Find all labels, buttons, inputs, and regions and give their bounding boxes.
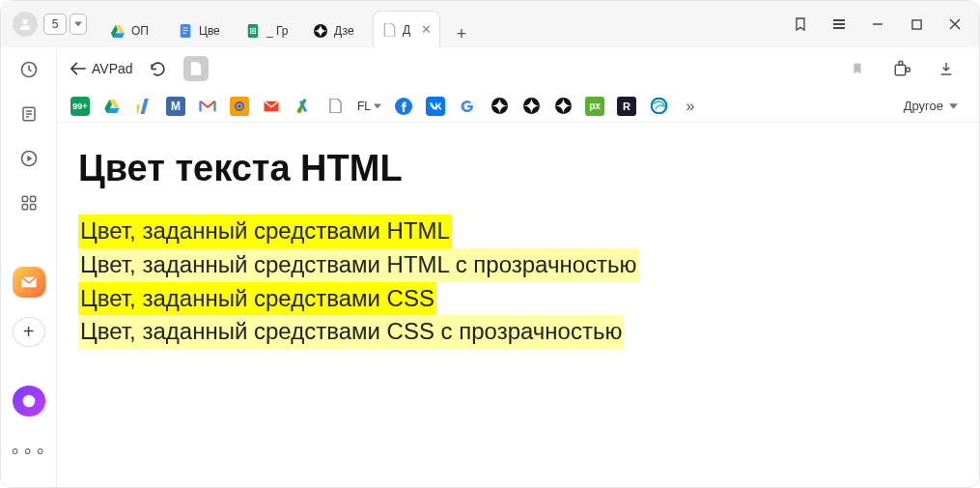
maximize-button[interactable]	[908, 15, 925, 33]
address-bar: AVPad	[57, 47, 979, 90]
bm-99plus-icon[interactable]: 99+	[70, 97, 90, 116]
minimize-button[interactable]	[869, 15, 886, 33]
svg-rect-30	[907, 68, 910, 72]
google-drive-icon	[110, 23, 126, 39]
tab-label: Цве	[199, 24, 220, 38]
tab-label: Д	[403, 23, 410, 37]
tab-close-button[interactable]: ✕	[421, 22, 432, 37]
bm-doc-icon[interactable]	[325, 97, 345, 116]
bm-gmail-icon[interactable]	[198, 97, 217, 116]
back-button[interactable]: AVPad	[70, 61, 133, 76]
menu-icon[interactable]	[830, 15, 848, 33]
svg-rect-23	[22, 196, 27, 201]
file-icon	[381, 22, 397, 38]
add-panel-button[interactable]: +	[13, 317, 45, 348]
bookmark-window-icon[interactable]	[792, 15, 809, 33]
tab-count-group: 5	[43, 14, 87, 35]
bm-google-ads-icon[interactable]	[294, 97, 313, 116]
bm-facebook-icon[interactable]	[394, 97, 413, 116]
bm-mailru-icon[interactable]	[230, 97, 249, 116]
page-title: Цвет текста HTML	[78, 148, 958, 189]
bm-adsense-icon[interactable]	[134, 97, 154, 116]
bookmarks-bar: 99+ M FL	[57, 90, 979, 123]
notes-icon[interactable]	[15, 101, 42, 127]
svg-rect-28	[895, 65, 906, 75]
window-controls	[792, 15, 973, 33]
svg-rect-25	[22, 204, 27, 209]
svg-point-34	[238, 104, 241, 108]
tab-docs[interactable]: Цве	[170, 14, 238, 47]
svg-rect-2	[182, 28, 187, 29]
svg-point-0	[22, 19, 27, 24]
alice-icon[interactable]	[13, 386, 45, 416]
bm-overflow-icon[interactable]: »	[681, 97, 700, 116]
bm-zen-icon-2[interactable]	[521, 97, 541, 116]
apps-icon[interactable]	[15, 190, 42, 215]
bm-px-icon[interactable]: px	[585, 97, 604, 116]
tab-count-dropdown[interactable]	[70, 14, 87, 35]
svg-rect-3	[182, 30, 187, 31]
content-line: Цвет, заданный средствами CSS с прозрачн…	[78, 315, 624, 349]
tab-label: ОП	[131, 24, 149, 38]
bm-other-label: Другое	[904, 99, 943, 113]
reload-button[interactable]	[147, 57, 170, 80]
bm-yandex-mail-icon[interactable]	[262, 97, 281, 116]
bm-zen-icon-3[interactable]	[553, 97, 573, 116]
downloads-icon[interactable]	[935, 57, 958, 80]
profile-avatar[interactable]	[13, 12, 38, 37]
close-window-button[interactable]	[946, 15, 964, 33]
page-content: Цвет текста HTML Цвет, заданный средства…	[57, 123, 979, 488]
bm-fl-label: FL	[357, 100, 371, 113]
svg-rect-14	[911, 19, 920, 28]
history-icon[interactable]	[15, 57, 42, 82]
bm-r-icon[interactable]: R	[617, 97, 636, 116]
content-line: Цвет, заданный средствами HTML	[78, 215, 452, 248]
more-icon[interactable]: ∘∘∘	[10, 440, 47, 461]
tab-count[interactable]: 5	[43, 14, 67, 35]
bm-fl-folder[interactable]: FL	[357, 100, 381, 113]
play-icon[interactable]	[15, 146, 42, 171]
tab-drive[interactable]: ОП	[102, 14, 170, 47]
side-panel: + ∘∘∘	[1, 47, 57, 488]
tab-zen[interactable]: Дзе	[305, 14, 373, 47]
bookmark-page-icon[interactable]	[846, 57, 869, 80]
mail-app-icon[interactable]	[13, 267, 45, 297]
svg-rect-4	[182, 33, 186, 34]
new-tab-button[interactable]: +	[448, 20, 475, 47]
content-line: Цвет, заданный средствами HTML с прозрач…	[78, 248, 639, 282]
bm-google-icon[interactable]	[458, 97, 477, 116]
bm-other-folder[interactable]: Другое	[904, 99, 958, 113]
tab-label: _ Гр	[266, 24, 289, 38]
bm-edge-icon[interactable]	[649, 97, 668, 116]
page-file-icon[interactable]	[183, 56, 209, 81]
bm-zen-icon-1[interactable]	[490, 97, 509, 116]
svg-rect-31	[137, 104, 140, 114]
back-label: AVPad	[92, 61, 133, 76]
zen-icon	[313, 23, 328, 39]
extensions-icon[interactable]	[890, 57, 913, 80]
google-sheets-icon	[245, 23, 261, 39]
svg-rect-24	[30, 196, 35, 201]
bm-drive-icon[interactable]	[102, 97, 122, 116]
bm-vk-icon[interactable]	[426, 97, 445, 116]
svg-rect-32	[141, 99, 149, 114]
tab-strip: ОП Цве _ Гр Дзе Д ✕ +	[102, 1, 475, 47]
tab-active[interactable]: Д ✕	[373, 11, 440, 47]
bm-medium-icon[interactable]: M	[166, 97, 185, 116]
content-line: Цвет, заданный средствами CSS	[78, 282, 436, 316]
tab-label: Дзе	[334, 24, 354, 38]
titlebar: 5 ОП Цве _ Гр Дзе	[1, 1, 979, 47]
svg-point-27	[22, 395, 35, 408]
tab-sheets[interactable]: _ Гр	[238, 14, 305, 47]
svg-rect-26	[30, 204, 35, 209]
svg-rect-29	[899, 62, 903, 66]
google-docs-icon	[178, 23, 193, 39]
